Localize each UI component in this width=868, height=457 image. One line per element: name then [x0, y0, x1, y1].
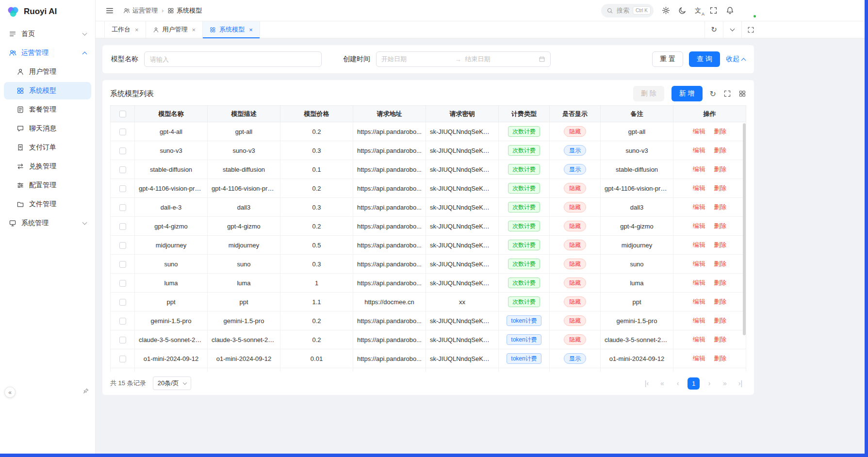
first-page-button[interactable]: |‹	[641, 377, 653, 389]
sidebar-item-config[interactable]: 配置管理	[4, 177, 91, 194]
edit-link[interactable]: 编辑	[693, 336, 705, 343]
date-range-picker[interactable]: 开始日期 → 结束日期	[376, 51, 551, 67]
delete-link[interactable]: 删除	[714, 147, 726, 154]
delete-link[interactable]: 删除	[714, 128, 726, 135]
row-checkbox[interactable]	[119, 318, 126, 325]
tab-workbench[interactable]: 工作台 ×	[104, 21, 146, 38]
tab-models[interactable]: 系统模型 ×	[203, 21, 260, 38]
sidebar-item-orders[interactable]: 支付订单	[4, 139, 91, 156]
columns-icon[interactable]	[738, 90, 746, 98]
expand-icon[interactable]	[741, 21, 760, 38]
model-name-input[interactable]	[144, 51, 322, 67]
batch-delete-button[interactable]: 删 除	[633, 86, 664, 101]
sidebar-item-plans[interactable]: 套餐管理	[4, 101, 91, 118]
sidebar-item-files[interactable]: 文件管理	[4, 196, 91, 213]
sidebar-item-redeem[interactable]: 兑换管理	[4, 158, 91, 175]
delete-link[interactable]: 删除	[714, 336, 726, 343]
edit-link[interactable]: 编辑	[693, 298, 705, 305]
close-icon[interactable]: ×	[135, 26, 139, 33]
moon-icon[interactable]	[678, 6, 687, 15]
delete-link[interactable]: 删除	[714, 165, 726, 173]
row-checkbox[interactable]	[119, 261, 126, 268]
expand-icon[interactable]	[723, 90, 731, 98]
delete-link[interactable]: 删除	[714, 317, 726, 324]
table-scrollbar-thumb[interactable]	[743, 123, 746, 335]
page-size-select[interactable]: 20条/页	[153, 376, 191, 390]
delete-link[interactable]: 删除	[714, 222, 726, 229]
row-checkbox[interactable]	[119, 147, 126, 154]
breadcrumb-item-models[interactable]: 系统模型	[167, 6, 202, 15]
sidebar-item-models[interactable]: 系统模型	[4, 82, 91, 99]
cell-model-name: stable-diffusion	[135, 160, 208, 179]
prev-page-button[interactable]: ‹	[672, 377, 684, 389]
translate-icon[interactable]: 文 A	[695, 6, 701, 15]
row-select-cell	[111, 160, 135, 179]
end-date-input[interactable]: 结束日期	[465, 55, 535, 64]
breadcrumb-item-operations[interactable]: 运营管理	[123, 6, 158, 15]
reset-button[interactable]: 重 置	[652, 51, 683, 67]
last-page-button[interactable]: ›|	[735, 377, 746, 389]
row-checkbox[interactable]	[119, 242, 126, 249]
delete-link[interactable]: 删除	[714, 241, 726, 248]
collapse-filter-link[interactable]: 收起	[726, 55, 745, 64]
cell-model-name: gpt-4-all	[135, 122, 208, 141]
edit-link[interactable]: 编辑	[693, 128, 705, 135]
row-checkbox[interactable]	[119, 204, 126, 211]
row-checkbox[interactable]	[119, 299, 126, 306]
sidebar-item-home[interactable]: 首页	[4, 25, 91, 43]
user-avatar[interactable]	[742, 4, 756, 17]
sidebar-item-system[interactable]: 系统管理	[4, 214, 91, 232]
edit-link[interactable]: 编辑	[693, 203, 705, 211]
start-date-input[interactable]: 开始日期	[381, 55, 451, 64]
chevron-down-icon[interactable]	[723, 21, 741, 38]
model-icon	[167, 7, 174, 14]
row-checkbox[interactable]	[119, 185, 126, 192]
row-checkbox[interactable]	[119, 166, 126, 173]
edit-link[interactable]: 编辑	[693, 222, 705, 229]
delete-link[interactable]: 删除	[714, 279, 726, 286]
query-button[interactable]: 查 询	[689, 51, 720, 67]
row-checkbox[interactable]	[119, 129, 126, 135]
current-page[interactable]: 1	[688, 377, 700, 390]
fullscreen-icon[interactable]	[709, 6, 718, 15]
cell-model-price: 0.3	[280, 141, 353, 160]
gear-icon[interactable]	[662, 6, 670, 15]
row-checkbox[interactable]	[119, 356, 126, 362]
refresh-icon[interactable]: ↻	[710, 89, 716, 98]
refresh-icon[interactable]: ↻	[704, 21, 723, 38]
close-icon[interactable]: ×	[249, 26, 253, 33]
edit-link[interactable]: 编辑	[693, 241, 705, 248]
hamburger-icon[interactable]	[105, 6, 114, 15]
sidebar-item-chat[interactable]: 聊天消息	[4, 120, 91, 137]
sidebar-collapse-button[interactable]: «	[4, 387, 16, 398]
edit-link[interactable]: 编辑	[693, 260, 705, 267]
edit-link[interactable]: 编辑	[693, 317, 705, 324]
edit-link[interactable]: 编辑	[693, 147, 705, 154]
global-search[interactable]: 搜索 Ctrl K	[601, 4, 654, 17]
logo[interactable]: Ruoyi AI	[0, 0, 95, 23]
row-checkbox[interactable]	[119, 280, 126, 287]
sidebar-item-operations[interactable]: 运营管理	[4, 44, 91, 62]
edit-link[interactable]: 编辑	[693, 355, 705, 362]
select-all-checkbox[interactable]	[119, 111, 126, 117]
edit-link[interactable]: 编辑	[693, 279, 705, 286]
pin-icon[interactable]	[82, 388, 89, 394]
delete-link[interactable]: 删除	[714, 184, 726, 192]
prev-group-button[interactable]: «	[656, 377, 668, 389]
bell-icon[interactable]	[726, 6, 734, 15]
delete-link[interactable]: 删除	[714, 355, 726, 362]
tab-users[interactable]: 用户管理 ×	[146, 21, 203, 38]
cell-model-desc: luma	[208, 274, 280, 293]
delete-link[interactable]: 删除	[714, 298, 726, 305]
delete-link[interactable]: 删除	[714, 260, 726, 267]
close-icon[interactable]: ×	[192, 26, 196, 33]
add-button[interactable]: 新 增	[671, 86, 703, 101]
next-page-button[interactable]: ›	[704, 377, 715, 389]
edit-link[interactable]: 编辑	[693, 184, 705, 192]
row-checkbox[interactable]	[119, 337, 126, 343]
sidebar-item-users[interactable]: 用户管理	[4, 63, 91, 81]
delete-link[interactable]: 删除	[714, 203, 726, 211]
row-checkbox[interactable]	[119, 223, 126, 230]
next-group-button[interactable]: »	[719, 377, 731, 389]
edit-link[interactable]: 编辑	[693, 165, 705, 173]
